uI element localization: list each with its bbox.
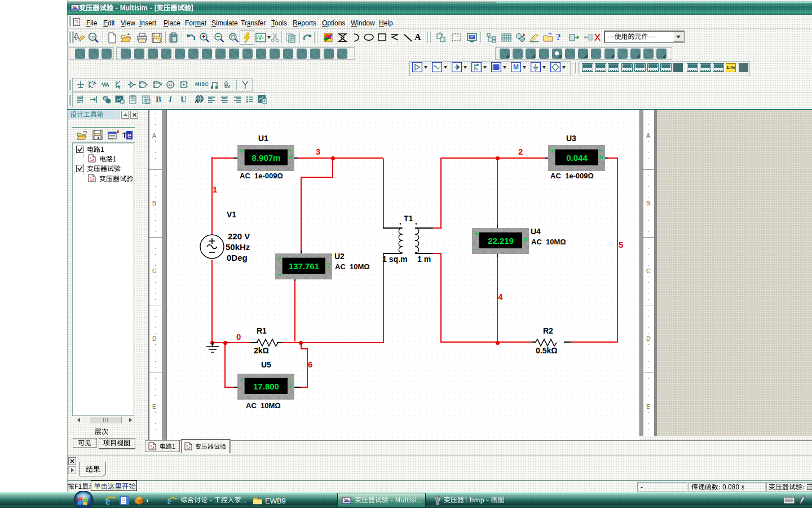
svg-text:T: T [122, 131, 127, 139]
svg-text:TTL: TTL [141, 81, 146, 85]
svg-text:M: M [513, 63, 519, 71]
svg-text:A: A [195, 99, 198, 104]
svg-text:100: 100 [90, 36, 96, 39]
svg-text:M: M [169, 82, 173, 87]
svg-text:e: e [127, 132, 131, 139]
svg-text:CMOS: CMOS [155, 82, 162, 85]
svg-text:0v: 0v [224, 84, 230, 89]
